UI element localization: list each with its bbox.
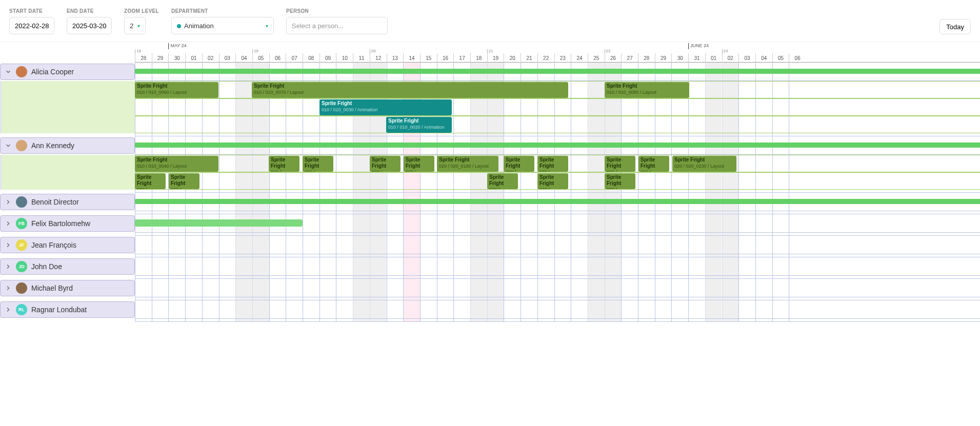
task-path: 020 / 020_0...	[137, 187, 164, 189]
person-row[interactable]: FBFelix Bartolomehw	[0, 215, 135, 232]
person-row[interactable]: Michael Byrd	[0, 280, 135, 296]
task-bar[interactable]: Sprite Fright020 / 020_0...	[537, 173, 568, 189]
timeline-person-header	[135, 63, 980, 81]
today-button[interactable]: Today	[939, 19, 971, 34]
day-cell: 30	[168, 53, 185, 63]
day-cell: 16	[437, 53, 454, 63]
task-bar[interactable]: Sprite Fright020 / 020_0...	[537, 156, 568, 172]
task-bar[interactable]: Sprite Fright020 / 020_0230 / Layout	[672, 156, 736, 172]
chevron-down-icon: ▾	[137, 23, 140, 29]
task-bar[interactable]: Sprite Fright020 / 020_0...	[370, 156, 401, 172]
task-project: Sprite Fright	[641, 157, 667, 169]
task-bar[interactable]: Sprite Fright020 / 020_0...	[269, 156, 299, 172]
avatar: RL	[16, 304, 27, 315]
task-bar[interactable]: Sprite Fright020 / 020_0...	[135, 173, 166, 189]
task-path: 020 / 020_0...	[406, 169, 432, 172]
chevron-right-icon[interactable]	[5, 285, 12, 292]
task-path: 020 / 020_0...	[271, 169, 297, 172]
avatar: JF	[16, 239, 27, 251]
day-cell: 01	[705, 53, 722, 63]
person-row[interactable]: Benoit Director	[0, 194, 135, 210]
chevron-down-icon[interactable]	[5, 142, 12, 149]
task-path: 010 / 010_0020 / Animation	[388, 124, 450, 130]
chevron-right-icon[interactable]	[5, 263, 12, 270]
timeline-header: MAY 24JUNE 24 181920212223 2829300102030…	[135, 42, 980, 63]
person-name: Jean François	[31, 241, 76, 249]
person-name: John Doe	[31, 262, 62, 271]
task-path: 010 / 010_0060 / Layout	[137, 89, 216, 95]
task-bar[interactable]: Sprite Fright020 / 020_0...	[504, 156, 534, 172]
task-path: 020 / 020_0...	[539, 187, 566, 189]
task-bar[interactable]: Sprite Fright010 / 010_0040 / Layout	[135, 156, 218, 172]
day-cell: 29	[655, 53, 672, 63]
person-label: PERSON	[286, 8, 388, 14]
timeline-person-header	[135, 214, 980, 233]
task-bar[interactable]: Sprite Fright020 / 020_0...	[404, 156, 434, 172]
person-row[interactable]: RLRagnar Londubat	[0, 301, 135, 318]
week-label: 22	[605, 49, 611, 53]
task-bar[interactable]: Sprite Fright010 / 010_0080 / Layout	[605, 82, 689, 98]
end-date-input[interactable]	[67, 17, 112, 34]
task-row: Sprite Fright010 / 010_0020 / Animation	[135, 116, 980, 133]
day-cell: 06	[269, 53, 286, 63]
task-row: Sprite Fright020 / 020_0...Sprite Fright…	[135, 172, 980, 190]
task-project: Sprite Fright	[305, 157, 331, 169]
day-cell: 12	[370, 53, 387, 63]
task-project: Sprite Fright	[137, 157, 216, 163]
task-path: 020 / 020_0...	[607, 187, 633, 189]
week-label: 20	[370, 49, 376, 53]
week-label: 18	[135, 49, 141, 53]
start-date-input[interactable]	[9, 17, 54, 34]
task-project: Sprite Fright	[439, 157, 496, 163]
chevron-right-icon[interactable]	[5, 220, 12, 227]
task-project: Sprite Fright	[489, 174, 516, 187]
task-bar[interactable]: Sprite Fright010 / 010_0070 / Layout	[252, 82, 568, 98]
task-path: 020 / 020_0...	[506, 169, 532, 172]
day-cell: 20	[504, 53, 521, 63]
month-label: MAY 24	[168, 43, 186, 49]
task-project: Sprite Fright	[539, 157, 566, 169]
task-bar[interactable]: Sprite Fright010 / 010_0060 / Layout	[135, 82, 218, 98]
person-row[interactable]: Alicia Cooper	[0, 64, 135, 80]
avatar	[16, 282, 27, 294]
person-name: Ann Kennedy	[31, 141, 74, 150]
task-path: 020 / 020_0...	[305, 169, 331, 172]
task-bar[interactable]: Sprite Fright020 / 020_0...	[605, 173, 635, 189]
task-bar[interactable]: Sprite Fright020 / 020_0...	[638, 156, 669, 172]
zoom-label: ZOOM LEVEL	[124, 8, 159, 14]
day-cell: 14	[403, 53, 420, 63]
task-project: Sprite Fright	[674, 157, 734, 163]
availability-bar	[135, 69, 980, 74]
person-select[interactable]: Select a person...	[286, 17, 388, 34]
timeline[interactable]: MAY 24JUNE 24 181920212223 2829300102030…	[135, 42, 980, 322]
task-bar[interactable]: Sprite Fright020 / 020_0180 / Layout	[437, 156, 498, 172]
day-cell: 02	[722, 53, 739, 63]
week-label: 23	[722, 49, 728, 53]
task-bar[interactable]: Sprite Fright010 / 010_0030 / Animation	[319, 99, 452, 115]
chevron-right-icon[interactable]	[5, 241, 12, 249]
chevron-down-icon[interactable]	[5, 68, 12, 75]
people-sidebar: Alicia CooperAnn KennedyBenoit DirectorF…	[0, 42, 135, 322]
task-path: 010 / 010_0040 / Layout	[137, 163, 216, 169]
person-row[interactable]: JDJohn Doe	[0, 258, 135, 275]
week-label: 21	[487, 49, 493, 53]
person-row[interactable]: JFJean François	[0, 237, 135, 253]
task-bar[interactable]: Sprite Fright020 / 020_0...	[303, 156, 333, 172]
task-bar[interactable]: Sprite Fright020 / 020_0...	[487, 173, 518, 189]
task-project: Sprite Fright	[322, 100, 450, 107]
day-cell: 29	[152, 53, 169, 63]
task-bar[interactable]: Sprite Fright010 / 010_0020 / Animation	[386, 117, 452, 133]
task-bar[interactable]: Sprite Fright020 / 020_0...	[169, 173, 199, 189]
timeline-person-header	[135, 193, 980, 211]
task-row: Sprite Fright010 / 010_0040 / LayoutSpri…	[135, 155, 980, 172]
zoom-level-select[interactable]: 2 ▾	[124, 17, 146, 34]
person-row[interactable]: Ann Kennedy	[0, 137, 135, 154]
chevron-right-icon[interactable]	[5, 198, 12, 206]
chevron-right-icon[interactable]	[5, 306, 12, 313]
task-project: Sprite Fright	[607, 174, 633, 187]
department-color-dot	[177, 24, 181, 28]
task-project: Sprite Fright	[388, 118, 450, 124]
department-label: DEPARTMENT	[171, 8, 274, 14]
task-bar[interactable]: Sprite Fright020 / 020_0...	[605, 156, 635, 172]
department-select[interactable]: Animation ▾	[171, 17, 274, 34]
